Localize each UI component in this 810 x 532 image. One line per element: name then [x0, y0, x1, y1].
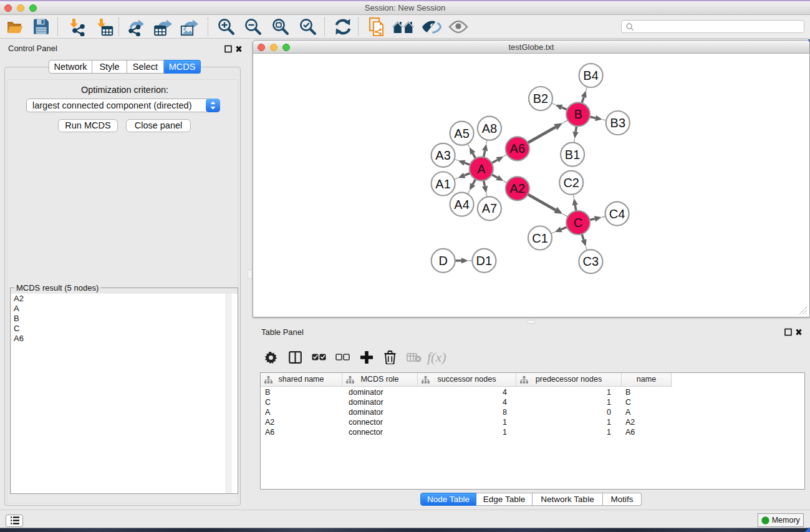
svg-text:A7: A7 — [482, 201, 497, 215]
svg-text:C1: C1 — [532, 231, 548, 245]
svg-text:B4: B4 — [583, 69, 598, 82]
svg-text:C3: C3 — [583, 254, 599, 268]
svg-text:C4: C4 — [609, 207, 625, 221]
svg-text:A2: A2 — [510, 181, 525, 195]
svg-text:A3: A3 — [435, 148, 450, 162]
svg-text:D: D — [438, 254, 447, 268]
svg-text:A1: A1 — [435, 177, 450, 191]
svg-text:B3: B3 — [610, 116, 625, 130]
svg-text:B2: B2 — [533, 92, 548, 105]
svg-text:C2: C2 — [563, 176, 579, 190]
svg-text:D1: D1 — [476, 254, 493, 268]
svg-text:A: A — [477, 162, 486, 176]
svg-text:B: B — [574, 107, 582, 121]
svg-text:A8: A8 — [482, 122, 497, 135]
svg-text:C: C — [574, 216, 582, 230]
svg-text:A5: A5 — [454, 127, 469, 140]
svg-text:A4: A4 — [454, 198, 469, 211]
svg-text:A6: A6 — [510, 142, 525, 155]
svg-text:B1: B1 — [565, 148, 580, 162]
